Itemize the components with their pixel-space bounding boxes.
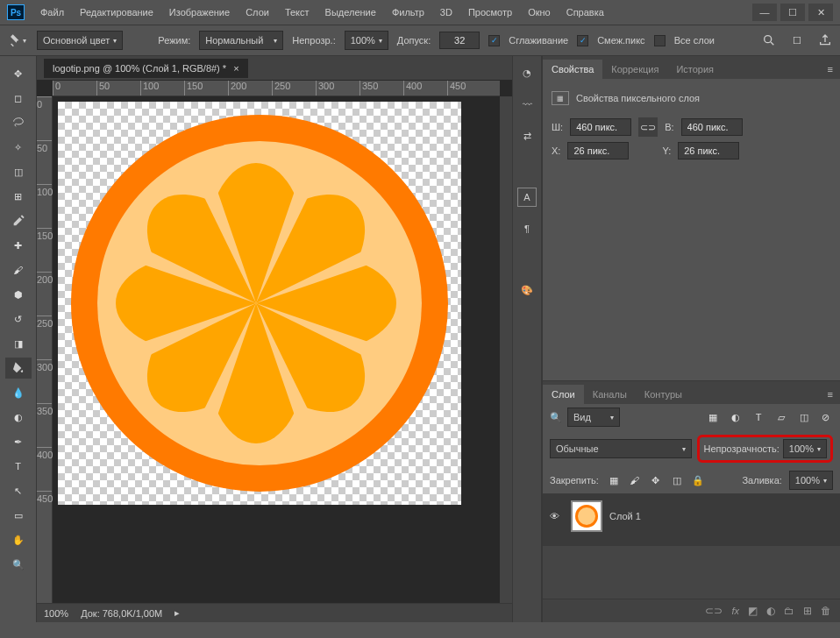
menu-help[interactable]: Справка	[559, 4, 611, 21]
tab-properties[interactable]: Свойства	[543, 60, 602, 79]
panel-menu-icon[interactable]: ≡	[821, 60, 840, 79]
y-input[interactable]	[678, 142, 739, 160]
dodge-tool[interactable]: ◐	[5, 407, 32, 428]
workspace-icon[interactable]: ☐	[789, 32, 805, 48]
lock-artboard-icon[interactable]: ◫	[669, 472, 685, 488]
layer-item[interactable]: 👁 Слой 1	[543, 497, 840, 535]
tab-channels[interactable]: Каналы	[584, 385, 636, 404]
lock-all-icon[interactable]: 🔒	[690, 472, 706, 488]
menu-select[interactable]: Выделение	[318, 4, 383, 21]
link-dimensions-icon[interactable]: ⊂⊃	[638, 117, 658, 137]
contiguous-checkbox[interactable]: ✓	[577, 35, 588, 46]
layers-panel-menu-icon[interactable]: ≡	[821, 385, 840, 404]
filter-smart-icon[interactable]: ◫	[796, 409, 812, 425]
tolerance-input[interactable]	[439, 32, 480, 49]
character-panel-icon[interactable]: A	[517, 188, 537, 207]
brushes-panel-icon[interactable]: 〰	[517, 95, 537, 114]
ruler-horizontal[interactable]: 050100150200250300350400450	[53, 81, 500, 96]
adjustment-layer-icon[interactable]: ◐	[766, 605, 775, 617]
stamp-tool[interactable]: ⬢	[5, 284, 32, 305]
fill-source-dropdown[interactable]: Основной цвет▾	[37, 31, 123, 50]
layer-style-icon[interactable]: fx	[731, 605, 739, 617]
width-input[interactable]	[570, 118, 631, 136]
history-panel-icon[interactable]: ◔	[517, 63, 537, 82]
eraser-tool[interactable]: ◨	[5, 333, 32, 354]
blend-mode-dropdown[interactable]: Нормальный▾	[199, 31, 283, 50]
filter-pixel-icon[interactable]: ▦	[705, 409, 721, 425]
layer-fill-input[interactable]: 100%▾	[789, 471, 833, 490]
blur-tool[interactable]: 💧	[5, 382, 32, 403]
filter-type-icon[interactable]: T	[751, 409, 766, 425]
layer-visibility-icon[interactable]: 👁	[550, 511, 564, 521]
canvas[interactable]	[53, 96, 500, 603]
lock-image-icon[interactable]: 🖌	[627, 472, 643, 488]
doc-size[interactable]: Док: 768,0K/1,00M	[81, 608, 162, 619]
healing-tool[interactable]: ✚	[5, 235, 32, 256]
brush-settings-icon[interactable]: ⇄	[517, 126, 537, 145]
paragraph-panel-icon[interactable]: ¶	[517, 219, 537, 238]
type-tool[interactable]: T	[5, 456, 32, 477]
pen-tool[interactable]: ✒	[5, 431, 32, 452]
share-icon[interactable]	[817, 32, 833, 48]
color-panel-icon[interactable]: 🎨	[517, 280, 537, 300]
crop-tool[interactable]: ◫	[5, 161, 32, 182]
maximize-button[interactable]: ☐	[780, 4, 805, 21]
link-layers-icon[interactable]: ⊂⊃	[705, 605, 723, 617]
antialias-checkbox[interactable]: ✓	[488, 35, 500, 46]
close-tab-icon[interactable]: ×	[233, 63, 238, 74]
tab-history[interactable]: История	[667, 60, 723, 79]
height-label: В:	[665, 122, 673, 132]
lasso-tool[interactable]	[5, 112, 32, 133]
new-layer-icon[interactable]: ⊞	[803, 605, 812, 617]
eyedropper-tool[interactable]	[5, 210, 32, 231]
history-brush-tool[interactable]: ↺	[5, 308, 32, 330]
path-tool[interactable]: ↖	[5, 480, 32, 501]
brush-tool[interactable]: 🖌	[5, 259, 32, 280]
zoom-level[interactable]: 100%	[44, 608, 68, 619]
height-input[interactable]	[681, 118, 743, 136]
filter-toggle-icon[interactable]: ⊘	[817, 409, 833, 425]
document-tab[interactable]: logotip.png @ 100% (Слой 1, RGB/8#) * ×	[44, 59, 248, 78]
close-button[interactable]: ✕	[808, 4, 833, 21]
tool-preset-icon[interactable]: ▾	[7, 30, 28, 51]
tab-adjustments[interactable]: Коррекция	[602, 60, 667, 79]
marquee-tool[interactable]: ◻	[5, 88, 32, 109]
ruler-vertical[interactable]: 050100150200250300350400450	[37, 96, 53, 603]
menu-file[interactable]: Файл	[33, 4, 71, 21]
layer-filter-dropdown[interactable]: Вид▾	[567, 408, 620, 427]
layer-name[interactable]: Слой 1	[609, 511, 641, 521]
menu-image[interactable]: Изображение	[162, 4, 237, 21]
scrollbar-vertical[interactable]	[500, 96, 512, 603]
menu-3d[interactable]: 3D	[433, 4, 459, 21]
delete-layer-icon[interactable]: 🗑	[821, 605, 831, 617]
menu-window[interactable]: Окно	[521, 4, 558, 21]
frame-tool[interactable]: ⊞	[5, 186, 32, 207]
tab-layers[interactable]: Слои	[543, 385, 584, 404]
minimize-button[interactable]: —	[752, 4, 777, 21]
shape-tool[interactable]: ▭	[5, 505, 32, 526]
menu-view[interactable]: Просмотр	[461, 4, 519, 21]
x-input[interactable]	[567, 142, 629, 160]
layer-mask-icon[interactable]: ◩	[748, 605, 758, 617]
tab-paths[interactable]: Контуры	[636, 385, 691, 404]
filter-adjustment-icon[interactable]: ◐	[728, 409, 744, 425]
hand-tool[interactable]: ✋	[5, 529, 32, 550]
opacity-input[interactable]: 100%▾	[345, 31, 388, 50]
layer-thumbnail[interactable]	[571, 500, 602, 532]
layer-opacity-input[interactable]: 100%▾	[783, 439, 827, 458]
blend-mode-layer-dropdown[interactable]: Обычные▾	[550, 439, 692, 458]
search-icon[interactable]	[761, 32, 777, 48]
lock-position-icon[interactable]: ✥	[648, 472, 664, 488]
all-layers-checkbox[interactable]	[654, 35, 666, 46]
lock-transparency-icon[interactable]: ▦	[606, 472, 622, 488]
magic-wand-tool[interactable]: ✧	[5, 137, 32, 158]
menu-filter[interactable]: Фильтр	[385, 4, 431, 21]
move-tool[interactable]: ✥	[5, 63, 32, 84]
filter-shape-icon[interactable]: ▱	[773, 409, 789, 425]
zoom-tool[interactable]: 🔍	[5, 554, 32, 575]
bucket-tool[interactable]	[5, 358, 32, 379]
menu-text[interactable]: Текст	[278, 4, 317, 21]
menu-layers[interactable]: Слои	[238, 4, 276, 21]
menu-edit[interactable]: Редактирование	[73, 4, 160, 21]
group-icon[interactable]: 🗀	[784, 605, 794, 617]
